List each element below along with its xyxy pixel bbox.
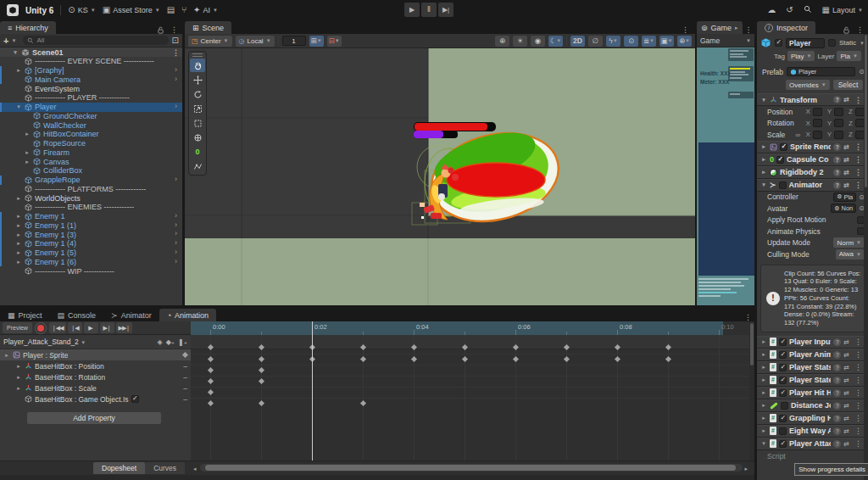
hierarchy-item[interactable]: GrappleRope›: [0, 176, 182, 185]
foldout-open-icon[interactable]: ▾: [15, 103, 22, 110]
audio-toggle-icon[interactable]: ◉: [531, 36, 545, 47]
presets-icon[interactable]: ⇄: [843, 415, 849, 422]
remove-property-icon[interactable]: –: [183, 395, 187, 404]
foldout-closed-icon[interactable]: ▸: [15, 374, 22, 381]
history-icon[interactable]: ↺: [786, 6, 793, 14]
move-tool[interactable]: [190, 73, 205, 87]
help-icon[interactable]: ?: [833, 389, 841, 397]
create-object-button[interactable]: +▼: [0, 36, 19, 46]
axis-field[interactable]: [813, 108, 822, 116]
tab-game[interactable]: ⊚Game▸: [697, 21, 743, 34]
show-children-chevron-icon[interactable]: ›: [175, 238, 177, 247]
tab-project[interactable]: ▦Project: [0, 309, 50, 321]
help-icon[interactable]: ?: [833, 364, 841, 371]
active-checkbox[interactable]: [775, 39, 782, 47]
pivot-mode-dropdown[interactable]: ◳Center▼: [188, 36, 232, 47]
field-dropdown[interactable]: Alwa▼: [836, 249, 865, 260]
effects-toggle-icon[interactable]: ☾▼: [548, 36, 563, 47]
hierarchy-separator[interactable]: ------------ PLAYER ------------: [0, 93, 182, 103]
last-key-button[interactable]: ▶▶❘: [116, 322, 133, 333]
hierarchy-searchbox[interactable]: [23, 36, 168, 45]
help-icon[interactable]: ?: [833, 402, 841, 410]
component-menu-icon[interactable]: ⋮: [852, 388, 865, 397]
component-player-stats[interactable]: ▸#Player Stats?⇄⋮: [757, 361, 868, 374]
lightning-icon[interactable]: ϟ▼: [606, 36, 620, 47]
keyframe[interactable]: [461, 356, 467, 362]
show-children-chevron-icon[interactable]: ›: [175, 257, 177, 265]
hierarchy-separator[interactable]: ------------ WIP ------------: [0, 266, 182, 276]
hierarchy-separator[interactable]: ------------ EVERY SCENE ------------: [0, 57, 182, 66]
add-property-button[interactable]: Add Property: [27, 412, 161, 424]
tab-animator[interactable]: ≻Animator: [103, 309, 159, 321]
foldout-closed-icon[interactable]: ▸: [15, 232, 22, 238]
foldout-closed-icon[interactable]: ▸: [15, 363, 22, 370]
enabled-checkbox[interactable]: [779, 364, 787, 371]
enabled-checkbox[interactable]: [779, 377, 787, 384]
account-menu[interactable]: ⊙KS▼: [68, 6, 95, 14]
foldout-closed-icon[interactable]: ▸: [760, 402, 767, 409]
foldout-closed-icon[interactable]: ▸: [760, 169, 767, 176]
curves-tab[interactable]: Curves: [145, 462, 185, 474]
help-icon[interactable]: ?: [833, 415, 841, 422]
add-keyframe-icon[interactable]: ◈: [158, 338, 163, 346]
tab-inspector[interactable]: iInspector: [757, 21, 815, 34]
animated-property-row[interactable]: ▸BaseHitBox : Rotation–: [0, 371, 191, 382]
component-player-state[interactable]: ▸#Player State?⇄⋮: [757, 374, 868, 387]
scene-root-row[interactable]: ▾ Scene01 ⋮: [0, 47, 182, 57]
axis-field[interactable]: [834, 108, 843, 116]
help-icon[interactable]: ?: [833, 440, 841, 448]
property-value-checkbox[interactable]: [131, 395, 139, 403]
presets-icon[interactable]: ⇄: [843, 440, 849, 448]
grid-size-field[interactable]: 1: [282, 36, 306, 46]
hierarchy-item[interactable]: ▸Enemy 1 (5)›: [0, 248, 182, 258]
show-children-chevron-icon[interactable]: ›: [175, 175, 177, 183]
rotate-tool[interactable]: [190, 87, 205, 101]
overlay-drag-handle[interactable]: [192, 53, 203, 57]
static-checkbox[interactable]: [828, 39, 836, 47]
hierarchy-item[interactable]: GroundChecker: [0, 112, 182, 121]
hierarchy-item[interactable]: ▸Enemy 1 (6)›: [0, 258, 182, 267]
object-field[interactable]: ⚙Non: [831, 204, 856, 213]
keyframe[interactable]: [207, 356, 213, 362]
select-prefab-button[interactable]: Select: [833, 80, 864, 90]
presets-icon[interactable]: ⇄: [843, 156, 849, 164]
clip-dropdown[interactable]: Player_Attack_Stand_2 ▼: [3, 338, 154, 346]
help-icon[interactable]: ?: [833, 377, 841, 384]
hierarchy-item[interactable]: ▸Enemy 1 (3)›: [0, 230, 182, 239]
grid-snap-icon[interactable]: ⊞▼: [309, 36, 324, 47]
animated-property-row[interactable]: ▸BaseHitBox : Position–: [0, 360, 191, 371]
tab-animation[interactable]: ◔Animation: [159, 309, 216, 321]
hierarchy-item[interactable]: ▸HitBoxContainer: [0, 130, 182, 139]
tag-dropdown[interactable]: Play▼: [787, 51, 815, 61]
hierarchy-item[interactable]: Main Camera›: [0, 75, 182, 85]
rect-tool[interactable]: [190, 116, 205, 130]
component-menu-icon[interactable]: ⋮: [852, 376, 865, 384]
component-player-anim[interactable]: ▸#Player Anim?⇄⋮: [757, 349, 868, 361]
keyframe[interactable]: [359, 356, 365, 362]
enabled-checkbox[interactable]: [779, 427, 787, 435]
component-menu-icon[interactable]: ⋮: [852, 168, 865, 176]
spline-tool[interactable]: [190, 159, 205, 173]
presets-icon[interactable]: ⇄: [843, 427, 849, 435]
panel-menu-icon[interactable]: ⋮: [679, 25, 692, 34]
add-key-icon[interactable]: ◆₊: [166, 338, 175, 346]
dopesheet-tab[interactable]: Dopesheet: [93, 462, 145, 474]
enabled-checkbox[interactable]: [779, 338, 787, 346]
axis-field[interactable]: [834, 131, 843, 139]
help-icon[interactable]: ?: [833, 351, 841, 359]
saved-search-icon[interactable]: ⊡: [172, 36, 182, 45]
scroll-left-icon[interactable]: ◂: [193, 466, 197, 472]
foldout-closed-icon[interactable]: ▸: [24, 131, 31, 137]
orientation-dropdown[interactable]: ◶Local▼: [236, 36, 275, 47]
first-key-button[interactable]: ❘◀◀: [49, 322, 66, 333]
axis-field[interactable]: [834, 119, 843, 127]
component-distance-jo[interactable]: ▸Distance Jo?⇄⋮: [757, 399, 868, 412]
remove-property-icon[interactable]: –: [183, 362, 187, 371]
animated-property-row[interactable]: ▸BaseHitBox : Scale–: [0, 382, 191, 393]
step-button[interactable]: ▶|: [438, 3, 453, 17]
snap-increment-icon[interactable]: ⊟▼: [327, 36, 342, 47]
presets-icon[interactable]: ⇄: [843, 181, 849, 189]
tab-console[interactable]: ▤Console: [50, 309, 104, 321]
foldout-closed-icon[interactable]: ▸: [3, 352, 10, 359]
component-menu-icon[interactable]: ⋮: [852, 427, 865, 435]
